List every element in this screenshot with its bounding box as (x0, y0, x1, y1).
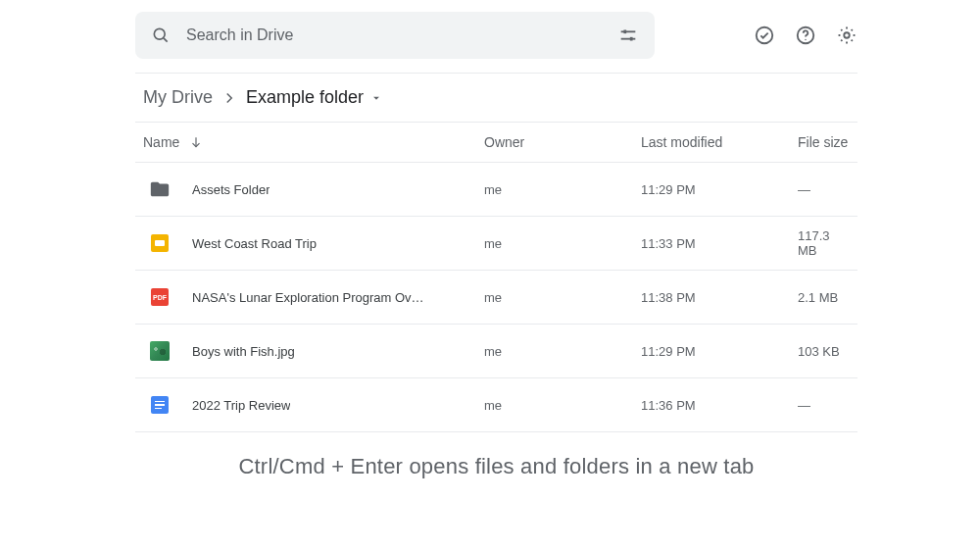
slides-icon (149, 232, 171, 254)
search-bar[interactable]: Search in Drive (135, 12, 655, 59)
svg-rect-5 (630, 37, 633, 41)
settings-gear-icon[interactable] (836, 25, 858, 46)
breadcrumb-current-label: Example folder (246, 87, 364, 108)
table-row[interactable]: Assets Folderme11:29 PM— (135, 163, 858, 217)
file-owner: me (484, 290, 641, 305)
file-modified: 11:38 PM (641, 290, 798, 305)
file-owner: me (484, 398, 641, 413)
dropdown-caret-icon (369, 91, 383, 105)
column-header-size[interactable]: File size (798, 134, 850, 150)
topbar-action-icons (754, 25, 858, 46)
keyboard-tip: Ctrl/Cmd + Enter opens files and folders… (135, 432, 858, 479)
table-row[interactable]: PDFNASA's Lunar Exploration Program Ov…m… (135, 271, 858, 325)
file-name: Boys with Fish.jpg (192, 344, 295, 359)
file-modified: 11:29 PM (641, 344, 798, 359)
file-size: 2.1 MB (798, 290, 850, 305)
svg-rect-4 (623, 30, 626, 34)
offline-ready-icon[interactable] (754, 25, 775, 46)
topbar: Search in Drive (135, 0, 858, 74)
svg-line-1 (164, 38, 168, 42)
file-modified: 11:36 PM (641, 398, 798, 413)
table-row[interactable]: 2022 Trip Reviewme11:36 PM— (135, 378, 858, 432)
svg-point-8 (805, 39, 806, 40)
column-header-modified[interactable]: Last modified (641, 134, 798, 150)
file-name: NASA's Lunar Exploration Program Ov… (192, 290, 424, 305)
file-size: 117.3 MB (798, 228, 850, 258)
file-name: 2022 Trip Review (192, 398, 290, 413)
search-placeholder: Search in Drive (186, 26, 602, 44)
column-header-owner[interactable]: Owner (484, 134, 641, 150)
file-name: Assets Folder (192, 182, 270, 197)
column-name-label: Name (143, 134, 179, 150)
file-owner: me (484, 236, 641, 251)
breadcrumb: My Drive Example folder (135, 74, 858, 122)
file-name: West Coast Road Trip (192, 236, 317, 251)
sort-descending-icon (189, 135, 203, 149)
image-icon (149, 340, 171, 362)
doc-icon (149, 394, 171, 416)
table-header: Name Owner Last modified File size (135, 122, 858, 163)
tune-icon[interactable] (617, 25, 639, 46)
file-modified: 11:29 PM (641, 182, 798, 197)
column-header-name[interactable]: Name (143, 134, 484, 150)
svg-point-9 (844, 32, 850, 38)
file-list: Assets Folderme11:29 PM—West Coast Road … (135, 163, 858, 432)
table-row[interactable]: West Coast Road Tripme11:33 PM117.3 MB (135, 217, 858, 271)
table-row[interactable]: Boys with Fish.jpgme11:29 PM103 KB (135, 325, 858, 378)
file-size: 103 KB (798, 344, 850, 359)
pdf-icon: PDF (149, 286, 171, 308)
svg-point-6 (757, 27, 773, 44)
search-icon (151, 25, 171, 45)
breadcrumb-current[interactable]: Example folder (246, 87, 383, 108)
file-size: — (798, 182, 850, 197)
file-modified: 11:33 PM (641, 236, 798, 251)
file-owner: me (484, 344, 641, 359)
breadcrumb-root[interactable]: My Drive (143, 87, 213, 108)
file-owner: me (484, 182, 641, 197)
chevron-right-icon (220, 89, 238, 107)
file-size: — (798, 398, 850, 413)
svg-point-0 (154, 28, 165, 39)
folder-icon (149, 178, 171, 200)
help-icon[interactable] (795, 25, 816, 46)
